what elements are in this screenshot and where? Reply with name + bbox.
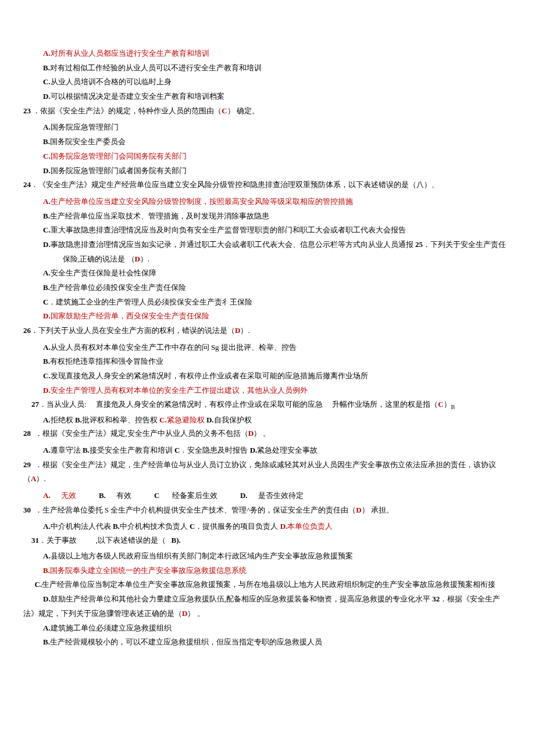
q31: 31．关于事故 ,以下表述错误的是（ B). (23, 534, 512, 547)
opt-label: C (43, 298, 48, 306)
q30-answer: D (356, 506, 361, 514)
q27: 27．当从业人员: 直接危及人身安全的紧急情况时，有权停止作业或在采取可能的应急… (23, 398, 512, 412)
opt-label: D. (43, 92, 51, 101)
q29: 29 ．根据《安全生产法》规定，生产经营单位与从业人员订立协议，免除或减轻其对从… (23, 458, 512, 486)
q32-stem2: ） 。 (187, 609, 204, 618)
q31-num: 31 (31, 536, 39, 544)
opt-text: 生产经营单位必须投保安全生产责任保险 (50, 283, 186, 292)
q27-stem2: 直接危及人身安全的紧急情况时，有权停止作业或在采取可能的应急 (96, 400, 323, 409)
opt-label: D. (43, 311, 51, 320)
q25-opt-c: C．建筑施工企业的生产管理人员必须投保安全生产责彳王保险 (43, 295, 512, 310)
opt-label: C. (35, 580, 42, 589)
q25-opt-a: A.安全生产责任保险是社会性保障 (43, 266, 512, 281)
q23-stem1: ．依据《安全生产法》的规定，特种作业人员的范围由（ (33, 106, 222, 115)
opt-label: C (154, 491, 162, 500)
q32-opt-b: B.生产经营规模较小的，可以不建立应急救援组织，但应当指定专职的应急救援人员 (43, 635, 512, 650)
q31-options: A.县级以上地方各级人民政府应当组织有关部门制定本行政区域内生产安全事故应急救援… (23, 549, 512, 578)
q25-opt-b: B.生产经营单位必须投保安全生产责任保险 (43, 281, 512, 295)
opt-text: 重大事故隐患排查治理情况应当及时向负有安全生产监督管理职责的部门和职工大会或者职… (51, 225, 406, 234)
q31-answer: B). (172, 536, 181, 544)
opt-label: A. (43, 522, 51, 531)
q32-opt-a: A.建筑施工单位必须建立应急救援组织 (43, 621, 512, 636)
q25-options: A.安全生产责任保险是社会性保障 B.生产经营单位必须投保安全生产责任保险 C．… (23, 266, 512, 324)
q31-opt-c: C.生产经营单位应当制定本单位生产安全事故应急救援预案，与所在地县级以上地方人民… (23, 578, 512, 592)
opt-text: 县级以上地方各级人民政府应当组织有关部门制定本行政区域内生产安全事故应急救援预案 (51, 551, 353, 560)
opt-label: B. (43, 137, 50, 146)
opt-text: 国家鼓励生产经营单，西殳保安全生产责任保险 (51, 311, 209, 320)
opt-text: 建筑施工单位必须建立应急救援组织 (51, 624, 172, 632)
q28-opt-c: ．安全隐患及时报告 (180, 446, 249, 454)
q26-options: A.从业人员有权对本单位安全生产工作中存在的问 Sg 提出批评、检举、控告 B.… (23, 341, 512, 398)
q31-stem1: ．关于事故 (39, 536, 77, 544)
opt-label: B. (43, 63, 50, 72)
opt-text: 有效 (116, 491, 131, 500)
q23-opt-c: C.国务院应急管理部门会同国务院有关部门 (43, 149, 512, 164)
opt-label: A. (43, 551, 51, 560)
q30-opt-c: ．提供服务的项目负责人 (195, 522, 280, 531)
opt-label: B. (43, 566, 50, 575)
q27-opt-c: C.紧急避险权 (159, 415, 206, 424)
opt-text: 安全生产管理人员有权对本单位的安全生产工作提出建议，其他从业人员例外 (51, 386, 308, 395)
q24-opt-b: B.生产经营单位应当采取技术、管理措施，及时发现并消除事故隐患 (43, 209, 512, 224)
opt-label: A. (43, 268, 51, 277)
opt-label: B. (113, 522, 120, 531)
opt-label: B. (43, 212, 50, 220)
q30-opt-b: 中介机构技术负责人 (120, 522, 190, 531)
opt-text: 可以根据情况决定是否建立安全生产教育和培训档案 (51, 92, 224, 101)
opt-text: 从业人员有权对本单位安全生产工作中存在的问 Sg 提出批评、检举、控告 (51, 343, 297, 352)
opt-label: C. (43, 77, 51, 86)
opt-label: C. (43, 225, 51, 234)
opt-label: D. (240, 491, 248, 500)
opt-text: 本单位负责人 (287, 522, 333, 531)
q29-opt-c: C 经备案后生效 (154, 491, 228, 500)
q22-options: A.对所有从业人员都应当进行安全生产教育和培训 B.对有过相似工作经验的从业人员… (23, 46, 512, 104)
opt-text: 国务院应急管理部门或者国务院有关部门 (51, 166, 187, 175)
opt-text: 对有过相似工作经验的从业人员可以不进行安全生产教育和培训 (50, 63, 262, 72)
q27-opt-d: 自我保护权 (214, 415, 252, 424)
q28-opt-d: 紧急处理安全事故 (257, 446, 318, 454)
opt-label: D. (206, 415, 214, 424)
q24: 24．《安全生产法》规定生产经营单位应当建立安全风险分级管控和隐患排查治理双重预… (23, 178, 512, 192)
opt-label: D. (250, 446, 258, 454)
q30-stem2: ） 承担。 (362, 506, 394, 514)
opt-text: 有权拒绝违章指挥和强令冒险作业 (50, 357, 163, 366)
q26-stem1: ．下列关于从业人员在安全生产方面的权利，错误的说法是（ (31, 326, 235, 335)
opt-label: D. (43, 386, 51, 395)
opt-label: D. (43, 594, 51, 603)
opt-label: B. (99, 491, 106, 500)
q29-stem1: ．根据《安全生产法》规定，生产经营单位与从业人员订立协议，免除或减轻其对从业人员… (23, 460, 496, 483)
opt-label: A. (43, 197, 51, 206)
opt-label: D. (280, 522, 288, 531)
opt-label: A. (43, 446, 51, 454)
q22-opt-c: C.从业人员培训不合格的可以临时上身 (43, 75, 512, 89)
q29-options: A.无效 B.有效 C 经备案后生效 D.是否生效待定 (23, 489, 512, 503)
q30: 30 ．生产经营单位委托 S 全生产中介机构提供安全生产技术、管理^务的，保证安… (23, 503, 512, 518)
q26-stem2: ）. (240, 326, 249, 335)
q24-dot: 。 (431, 180, 439, 189)
q23-opt-a: A.国务院应急管理部门 (43, 120, 512, 135)
opt-label: D. (43, 240, 51, 249)
opt-label: C. (43, 152, 51, 160)
q24-options: A.生产经营单位应当建立安全风险分级管控制度，按照最高安全风险等级采取相应的管控… (23, 195, 512, 238)
opt-text: 国务院应急管理部门 (51, 123, 119, 131)
opt-text: 紧急避险权 (167, 415, 206, 424)
q31-stem2: ,以下表述错误的是（ (96, 536, 166, 544)
q28-opt-b: 接受安全生产教育和培训 (90, 446, 174, 454)
q24-opt-d-text: 事故隐患排查治理情况应当如实记录，并通过职工大会或者职工代表大会、信息公示栏等方… (51, 240, 415, 249)
q24-opt-d-and-q25-stem: D.事故隐患排查治理情况应当如实记录，并通过职工大会或者职工代表大会、信息公示栏… (43, 238, 512, 266)
q30-opt-a: 中介机构法人代表 (51, 522, 113, 531)
q32-options: A.建筑施工单位必须建立应急救援组织 B.生产经营规模较小的，可以不建立应急救援… (23, 621, 512, 650)
opt-text: 经备案后生效 (172, 491, 217, 500)
q29-num: 29 (23, 460, 31, 469)
q24-opt-c: C.重大事故隐患排查治理情况应当及时向负有安全生产监督管理职责的部门和职工大会或… (43, 223, 512, 238)
q27-opt-b: 批评权和检举、控告权 (82, 415, 159, 424)
opt-label: A. (43, 123, 51, 131)
opt-text: 国务院应急管理部门会同国务院有关部门 (51, 152, 187, 160)
q25-num: 25 (415, 240, 423, 249)
opt-text: 安全生产责任保险是社会性保障 (51, 268, 156, 277)
q25-stem2: ）. (140, 255, 149, 263)
q25-answer: D (135, 255, 140, 263)
q29-opt-a: A.无效 (43, 491, 87, 500)
q26-opt-c: C.发现直接危及人身安全的紧急情况时，有权停止作业或者在采取可能的应急措施后撤离… (43, 369, 512, 384)
q28-answer: D (248, 429, 254, 438)
